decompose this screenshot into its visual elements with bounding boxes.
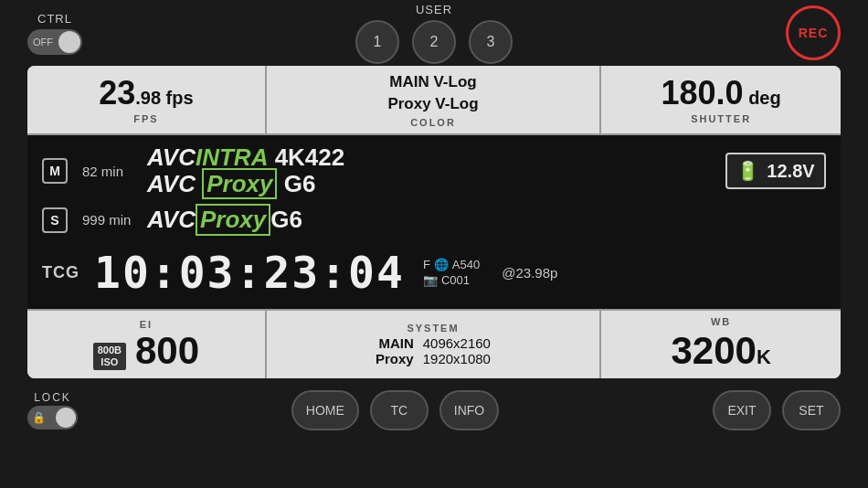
- tc-reel: 📷 C001: [423, 273, 480, 287]
- tc-value: 10:03:23:04: [94, 247, 405, 298]
- wb-value: 3200K: [671, 329, 770, 373]
- toggle-knob: [58, 31, 80, 53]
- tc-row: TCG 10:03:23:04 F 🌐 A540 📷 C001 @23.98p: [42, 241, 826, 300]
- lock-knob: [56, 408, 76, 428]
- tc-label: TCG: [42, 263, 79, 282]
- shutter-cell: 180.0 deg SHUTTER: [601, 66, 841, 133]
- tc-meta: F 🌐 A540 📷 C001: [423, 258, 480, 287]
- info-button[interactable]: INFO: [439, 390, 499, 430]
- slot-m-duration: 82 min: [82, 164, 132, 179]
- tc-camera: A540: [452, 258, 480, 271]
- wb-label: WB: [711, 316, 731, 327]
- set-button[interactable]: SET: [782, 390, 841, 430]
- tc-globe-icon: 🌐: [434, 258, 449, 271]
- slot-s-duration: 999 min: [82, 212, 132, 228]
- user-btn-2[interactable]: 2: [412, 20, 456, 64]
- tc-fps: @23.98p: [502, 265, 557, 281]
- user-section: USER 1 2 3: [355, 3, 513, 64]
- slot-m-codec: AVCINTRA 4K422 AVC Proxy G6: [147, 144, 711, 199]
- tc-button[interactable]: TC: [370, 390, 429, 430]
- ctrl-label: CTRL: [37, 12, 72, 26]
- color-label: COLOR: [410, 117, 456, 128]
- system-proxy-val: 1920x1080: [423, 351, 491, 366]
- ctrl-toggle[interactable]: OFF: [27, 29, 82, 55]
- bottom-bar: LOCK 🔒 HOME TC INFO EXIT SET: [0, 378, 868, 442]
- user-btn-3[interactable]: 3: [469, 20, 513, 64]
- tc-flag-camera: F 🌐 A540: [423, 258, 480, 271]
- tc-flag: F: [423, 258, 430, 271]
- wb-cell: WB 3200K: [601, 311, 841, 378]
- fps-value: 23.98 fps: [99, 75, 193, 111]
- color-value: MAIN V-Log Proxy V-Log: [387, 71, 478, 115]
- system-main-key: MAIN: [376, 335, 414, 351]
- main-panel: 23.98 fps FPS MAIN V-Log Proxy V-Log COL…: [27, 66, 841, 378]
- tc-cam-icon: 📷: [423, 273, 438, 287]
- nav-buttons: HOME TC INFO: [291, 390, 499, 430]
- lock-label: LOCK: [34, 391, 71, 404]
- system-label: SYSTEM: [407, 323, 459, 334]
- system-cell: SYSTEM MAIN 4096x2160 Proxy 1920x1080: [267, 311, 601, 378]
- system-grid: MAIN 4096x2160 Proxy 1920x1080: [376, 335, 491, 366]
- ctrl-section: CTRL OFF: [27, 12, 82, 55]
- slot-s-row: S 999 min AVC Proxy G6: [42, 204, 826, 236]
- battery-box: 🔋 12.8V: [725, 153, 826, 189]
- ei-cell: EI 800B ISO 800: [27, 311, 267, 378]
- lock-toggle[interactable]: 🔒: [27, 406, 78, 430]
- bottom-row: EI 800B ISO 800 SYSTEM MAIN 4096x2160 Pr…: [27, 309, 841, 378]
- rec-button[interactable]: REC: [786, 5, 841, 60]
- top-row: 23.98 fps FPS MAIN V-Log Proxy V-Log COL…: [27, 66, 841, 135]
- exit-button[interactable]: EXIT: [713, 390, 771, 430]
- system-main-val: 4096x2160: [423, 335, 491, 351]
- shutter-value: 180.0 deg: [662, 75, 781, 111]
- fps-label: FPS: [133, 113, 158, 124]
- system-proxy-key: Proxy: [376, 351, 414, 366]
- user-btn-1[interactable]: 1: [355, 20, 399, 64]
- slot-m-badge: M: [42, 158, 68, 184]
- shutter-label: SHUTTER: [691, 113, 751, 124]
- battery-icon: 🔋: [736, 160, 759, 182]
- home-button[interactable]: HOME: [291, 390, 359, 430]
- lock-icon: 🔒: [32, 411, 46, 424]
- top-bar: CTRL OFF USER 1 2 3 REC: [0, 0, 868, 66]
- slot-s-codec: AVC Proxy G6: [147, 204, 826, 236]
- toggle-off-label: OFF: [33, 37, 53, 48]
- user-label: USER: [416, 3, 452, 16]
- iso-value: 800: [135, 332, 199, 370]
- iso-badge: 800B ISO: [93, 343, 126, 370]
- fps-cell: 23.98 fps FPS: [27, 66, 267, 133]
- action-buttons: EXIT SET: [713, 390, 841, 430]
- color-cell: MAIN V-Log Proxy V-Log COLOR: [267, 66, 601, 133]
- battery-voltage: 12.8V: [767, 161, 814, 182]
- middle-section: M 82 min AVCINTRA 4K422 AVC Proxy G6 🔋 1…: [27, 135, 841, 310]
- iso-row: 800B ISO 800: [93, 332, 199, 370]
- slot-s-badge: S: [42, 207, 68, 233]
- lock-section: LOCK 🔒: [27, 391, 78, 430]
- slot-m-row: M 82 min AVCINTRA 4K422 AVC Proxy G6 🔋 1…: [42, 144, 826, 199]
- user-buttons: 1 2 3: [355, 20, 513, 64]
